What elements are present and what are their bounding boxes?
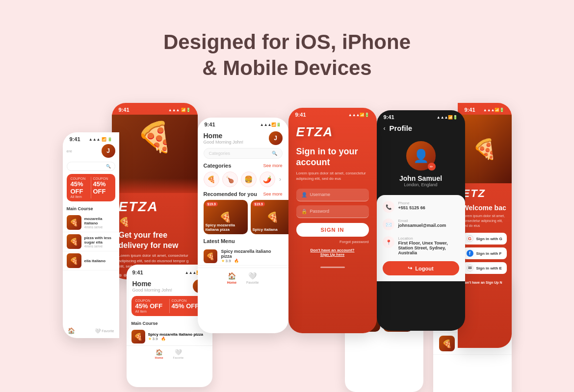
- headline-section: Designed for iOS, iPhone & Mobile Device…: [0, 0, 574, 81]
- rec-card-2[interactable]: 🍕 $19.9 Spicy italiana: [251, 200, 288, 234]
- bottom-nav: 🏠 Home 🤍 Favorite: [198, 268, 288, 288]
- phone-list-partial: 9:41 ▲▲▲ 📶 🔋 ere J 🔍 COUPON 45% OFF All …: [63, 132, 119, 338]
- phone-home: 9:41 ▲▲▲📶🔋 Home Good Morning John! J Cat…: [198, 118, 288, 333]
- category-hot[interactable]: 🌶️: [260, 172, 275, 187]
- headline-text: Designed for iOS, iPhone & Mobile Device…: [0, 29, 574, 81]
- location-info-row: 📍 Location First Floor, Unex Tower, Stat…: [383, 236, 459, 255]
- phone-right-partial: 9:41 ▲▲▲📶🔋 🍕 ETZ Welcome bac Lorem ipsum…: [458, 103, 512, 348]
- latest-header: Latest Menu: [198, 238, 288, 244]
- email-icon: ✉: [467, 265, 473, 271]
- phone-icon: 📞: [383, 201, 394, 213]
- categories-header: Categories See more: [198, 163, 288, 169]
- list-coupon: COUPON 45% OFF All Item COUPON 45% OFF: [67, 174, 115, 201]
- right-signup: Don't have an Sign Up N: [458, 279, 512, 286]
- back-button[interactable]: ‹: [384, 125, 386, 132]
- status-bar-right: 9:41 ▲▲▲📶🔋: [458, 103, 512, 115]
- home-header: Home Good Morning John! J: [198, 129, 288, 148]
- list-search[interactable]: 🔍: [67, 162, 115, 171]
- status-bar-splash: 9:41 ▲▲▲ 📶🔋: [112, 103, 198, 115]
- username-field[interactable]: 👤 Username: [296, 189, 369, 201]
- list-food-item-3: 🍕 ella italiano: [63, 251, 119, 270]
- phone-info-row: 📞 Phone +551 5125 66: [383, 201, 459, 213]
- recommended-header: Recomended for you See more: [198, 191, 288, 197]
- splash-image: 🍕: [112, 115, 198, 193]
- home-avatar: J: [269, 131, 283, 145]
- latest-item-1[interactable]: 🍕 Spicy mozarella italiano pizza ★ 3.9 🔥: [198, 247, 288, 266]
- email-icon: ✉️: [383, 219, 394, 230]
- phone-signin: 9:41 ▲▲▲📶🔋 ETZA Sign in to your account …: [288, 108, 377, 333]
- facebook-signin-button[interactable]: f Sign in with F: [463, 247, 507, 259]
- recommended-row: 🍕 $19.9 Spicy mozarella italiana pizza 🍕…: [198, 200, 288, 234]
- list-bottom-nav: 🏠 🤍 Favorite: [63, 327, 119, 334]
- profile-avatar-section: 👤 ✏ John Samuel London, England: [377, 137, 465, 195]
- category-row: 🍕 🍗 🍔 🌶️ ›: [198, 172, 288, 187]
- phones-container: 9:41 ▲▲▲ 📶 🔋 ere J 🔍 COUPON 45% OFF All …: [0, 103, 574, 348]
- home-search[interactable]: Categories 🔍: [204, 148, 283, 159]
- edit-avatar-button[interactable]: ✏: [428, 163, 436, 171]
- profile-header: ‹ Profile: [377, 122, 465, 137]
- password-field[interactable]: 🔒 Password: [296, 205, 369, 218]
- list-food-item: 🍕 mozarella italiano 4mins serve: [63, 213, 119, 232]
- email-info-row: ✉️ Email johnsamuel@mail.com: [383, 219, 459, 230]
- signin-content: ETZA Sign in to your account Lorem ipsum…: [288, 120, 377, 262]
- list-avatar: J: [102, 144, 115, 158]
- google-signin-button[interactable]: G Sign in with G: [463, 233, 507, 245]
- right-pizza-bg: 🍕: [458, 115, 512, 183]
- rec-card-1[interactable]: 🍕 $19.9 Spicy mozarella italiana pizza: [204, 200, 248, 234]
- status-bar-profile: 9:41 ▲▲▲📶🔋: [377, 110, 465, 122]
- category-burger[interactable]: 🍔: [241, 172, 257, 187]
- profile-avatar: 👤 ✏: [406, 141, 436, 171]
- forgot-password-link[interactable]: Forgot password: [296, 240, 369, 244]
- list-food-item-2: 🍕 pizza with less sugar ella 4mins serve: [63, 232, 119, 251]
- right-welcome: Welcome bac Lorem ipsum dolor sit amet, …: [458, 202, 512, 279]
- logout-button[interactable]: ↪ Logout: [383, 261, 459, 275]
- signin-button[interactable]: SIGN IN: [296, 223, 369, 237]
- status-bar-home: 9:41 ▲▲▲📶🔋: [198, 118, 288, 129]
- profile-info-section: 📞 Phone +551 5125 66 ✉️ Email johnsamuel…: [377, 195, 465, 281]
- email-signin-button[interactable]: ✉ Sign in with E: [463, 262, 507, 274]
- signup-link: Don't have an account? Sign Up here: [296, 248, 369, 257]
- location-icon: 📍: [383, 236, 394, 248]
- google-icon: G: [467, 235, 473, 242]
- status-bar-list: 9:41 ▲▲▲ 📶 🔋: [63, 132, 119, 144]
- category-pizza[interactable]: 🍕: [204, 172, 219, 187]
- category-chicken[interactable]: 🍗: [222, 172, 238, 187]
- status-bar-signin: 9:41 ▲▲▲📶🔋: [288, 108, 377, 120]
- phone-splash: 9:41 ▲▲▲ 📶🔋 🍕 ETZA 🍕 Get your free deliv…: [112, 103, 198, 279]
- phone-profile: 9:41 ▲▲▲📶🔋 ‹ Profile 👤 ✏ John Samuel Lon…: [377, 110, 465, 331]
- facebook-icon: f: [467, 250, 473, 257]
